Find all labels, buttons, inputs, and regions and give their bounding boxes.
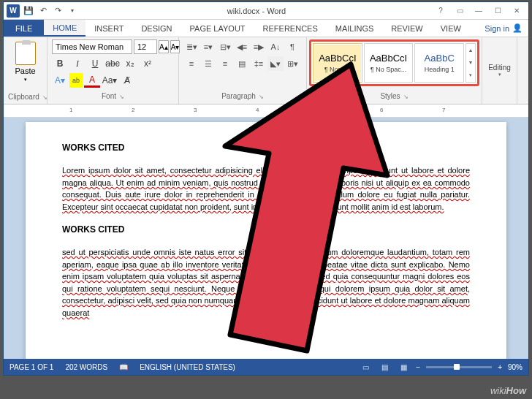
- paste-button[interactable]: Paste ▾: [8, 39, 42, 86]
- paragraph-group: ≣▾ ≡▾ ⊟▾ ◀≡ ≡▶ A↓ ¶ ≡ ☰ ≡ ▤ ‡≡ ◣▾ ⊞▾ Par…: [179, 37, 307, 104]
- heading-works-cited: WORKS CITED: [62, 223, 470, 236]
- styles-more-icon[interactable]: ▾: [466, 69, 475, 82]
- align-center-button[interactable]: ☰: [200, 56, 216, 71]
- strikethrough-button[interactable]: abc: [104, 56, 121, 71]
- document-area[interactable]: WORKS CITED Lorem ipsum dolor sit amet, …: [4, 118, 528, 359]
- tab-page-layout[interactable]: PAGE LAYOUT: [181, 20, 254, 37]
- styles-label: Styles: [309, 91, 479, 102]
- ruler-mark: 5: [318, 107, 321, 113]
- style-name: ¶ No Spac...: [370, 66, 406, 73]
- sign-in-label: Sign in: [484, 24, 509, 33]
- zoom-slider[interactable]: [426, 366, 492, 368]
- tab-references[interactable]: REFERENCES: [254, 20, 327, 37]
- style-preview: AaBbCcI: [319, 53, 356, 64]
- clipboard-label: Clipboard: [8, 91, 42, 102]
- font-size-select[interactable]: [134, 39, 157, 54]
- styles-up-icon[interactable]: ▲: [466, 44, 475, 56]
- close-icon[interactable]: ✕: [508, 4, 525, 18]
- tab-view[interactable]: VIEW: [432, 20, 470, 37]
- font-label: Font: [52, 91, 174, 102]
- highlight-button[interactable]: ab: [69, 73, 83, 88]
- horizontal-ruler[interactable]: 1 2 3 4 5 6 7: [4, 104, 528, 118]
- zoom-level[interactable]: 90%: [508, 363, 522, 371]
- editing-group: Editing ▾: [482, 37, 517, 104]
- redo-icon[interactable]: ↷: [52, 5, 64, 17]
- tab-design[interactable]: DESIGN: [132, 20, 180, 37]
- sort-button[interactable]: A↓: [267, 39, 284, 54]
- tab-file[interactable]: FILE: [4, 20, 44, 37]
- line-spacing-button[interactable]: ‡≡: [251, 56, 267, 71]
- superscript-button[interactable]: x²: [140, 56, 156, 71]
- sign-in-link[interactable]: Sign in👤: [479, 20, 528, 37]
- ribbon-tabs: FILE HOME INSERT DESIGN PAGE LAYOUT REFE…: [4, 20, 528, 37]
- font-name-select[interactable]: [52, 39, 132, 54]
- increase-indent-button[interactable]: ≡▶: [251, 39, 267, 54]
- save-icon[interactable]: 💾: [23, 5, 34, 17]
- minimize-icon[interactable]: —: [470, 4, 487, 18]
- numbering-button[interactable]: ≡▾: [200, 39, 216, 54]
- paragraph-text: sed ut perspiciatis unde omnis iste natu…: [62, 246, 470, 319]
- show-marks-button[interactable]: ¶: [284, 39, 300, 54]
- underline-button[interactable]: U: [87, 56, 103, 71]
- maximize-icon[interactable]: ☐: [489, 4, 506, 18]
- styles-group: AaBbCcI ¶ Normal AaBbCcI ¶ No Spac... Aa…: [307, 37, 482, 104]
- print-layout-icon[interactable]: ▤: [378, 362, 391, 372]
- qat-dropdown-icon[interactable]: ▾: [66, 5, 78, 17]
- tab-mailings[interactable]: MAILINGS: [327, 20, 383, 37]
- style-no-spacing[interactable]: AaBbCcI ¶ No Spac...: [364, 43, 414, 83]
- word-count[interactable]: 202 WORDS: [65, 363, 107, 371]
- change-case-button[interactable]: Aa▾: [102, 73, 118, 88]
- zoom-out-button[interactable]: −: [416, 363, 420, 371]
- page-indicator[interactable]: PAGE 1 OF 1: [10, 363, 53, 371]
- style-preview: AaBbCcI: [370, 53, 407, 64]
- styles-down-icon[interactable]: ▼: [466, 56, 475, 69]
- text-effects-button[interactable]: A▾: [52, 73, 68, 88]
- ruler-mark: 6: [380, 107, 383, 113]
- style-heading-1[interactable]: AaBbC Heading 1: [414, 43, 464, 83]
- align-right-button[interactable]: ≡: [217, 56, 233, 71]
- undo-icon[interactable]: ↶: [37, 5, 49, 17]
- subscript-button[interactable]: x₂: [122, 56, 138, 71]
- ruler-mark: 2: [132, 107, 134, 113]
- style-name: Heading 1: [425, 66, 455, 73]
- ribbon-options-icon[interactable]: ▭: [451, 4, 468, 18]
- ruler-mark: 4: [256, 107, 259, 113]
- read-mode-icon[interactable]: ▭: [359, 362, 372, 372]
- clear-formatting-button[interactable]: A̸: [119, 73, 135, 88]
- shading-button[interactable]: ◣▾: [267, 56, 284, 71]
- spell-check-icon[interactable]: 📖: [119, 363, 128, 371]
- title-bar: W 💾 ↶ ↷ ▾ wiki.docx - Word ? ▭ — ☐ ✕: [4, 2, 528, 20]
- zoom-in-button[interactable]: +: [498, 363, 502, 371]
- help-icon[interactable]: ?: [432, 4, 449, 18]
- style-name: ¶ Normal: [324, 66, 351, 73]
- word-icon: W: [7, 4, 20, 18]
- watermark: wikiHow: [490, 385, 526, 396]
- document-page[interactable]: WORKS CITED Lorem ipsum dolor sit amet, …: [26, 122, 506, 359]
- ruler-mark: 7: [442, 107, 445, 113]
- chevron-down-icon: ▾: [24, 77, 27, 83]
- justify-button[interactable]: ▤: [234, 56, 250, 71]
- multilevel-button[interactable]: ⊟▾: [217, 39, 233, 54]
- paste-icon: [15, 42, 36, 65]
- paste-label: Paste: [15, 66, 35, 75]
- borders-button[interactable]: ⊞▾: [284, 56, 300, 71]
- align-left-button[interactable]: ≡: [183, 56, 200, 71]
- window-title: wiki.docx - Word: [81, 7, 432, 15]
- quick-access-toolbar: W 💾 ↶ ↷ ▾: [4, 4, 81, 18]
- web-layout-icon[interactable]: ▦: [397, 362, 410, 372]
- tab-home[interactable]: HOME: [44, 20, 86, 37]
- bold-button[interactable]: B: [52, 56, 68, 71]
- grow-font-button[interactable]: A▴: [159, 40, 169, 53]
- font-color-button[interactable]: A: [84, 73, 100, 88]
- tab-insert[interactable]: INSERT: [86, 20, 132, 37]
- styles-scroll: ▲ ▼ ▾: [466, 43, 476, 83]
- italic-button[interactable]: I: [69, 56, 86, 71]
- user-icon: 👤: [512, 23, 522, 33]
- decrease-indent-button[interactable]: ◀≡: [234, 39, 250, 54]
- editing-button[interactable]: Editing: [488, 64, 511, 72]
- bullets-button[interactable]: ≣▾: [183, 39, 200, 54]
- style-normal[interactable]: AaBbCcI ¶ Normal: [313, 43, 362, 83]
- tab-review[interactable]: REVIEW: [382, 20, 431, 37]
- ruler-mark: 3: [194, 107, 197, 113]
- language-indicator[interactable]: ENGLISH (UNITED STATES): [140, 363, 235, 371]
